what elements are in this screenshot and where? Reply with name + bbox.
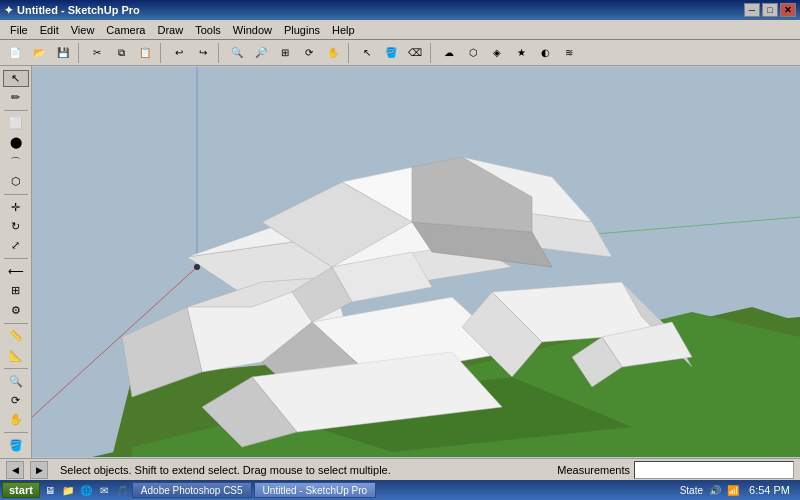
left-tool-offset[interactable]: ⊞ bbox=[3, 282, 29, 299]
left-tool-pushpull[interactable]: ⟵ bbox=[3, 263, 29, 280]
tool-materials[interactable]: ◈ bbox=[486, 42, 508, 64]
tool-open[interactable]: 📂 bbox=[28, 42, 50, 64]
left-tool-arc[interactable]: ⌒ bbox=[3, 154, 29, 171]
title-bar-controls: ─ □ ✕ bbox=[744, 3, 796, 17]
taskbar-network-icon: 🔊 bbox=[707, 482, 723, 498]
status-arrow-right[interactable]: ▶ bbox=[30, 461, 48, 479]
taskbar-system-icons: 🔊 📶 bbox=[707, 482, 741, 498]
status-bar: ◀ ▶ Select objects. Shift to extend sele… bbox=[0, 458, 800, 480]
tool-undo[interactable]: ↩ bbox=[168, 42, 190, 64]
left-tool-polygon[interactable]: ⬡ bbox=[3, 173, 29, 190]
left-sep-5 bbox=[4, 368, 28, 369]
tool-erase[interactable]: ⌫ bbox=[404, 42, 426, 64]
status-left: ◀ ▶ Select objects. Shift to extend sele… bbox=[6, 461, 557, 479]
left-tool-orbit[interactable]: ⟳ bbox=[3, 392, 29, 409]
main-area: ↖ ✏ ⬜ ⬤ ⌒ ⬡ ✛ ↻ ⤢ ⟵ ⊞ ⚙ 📏 📐 🔍 ⟳ ✋ 🪣 bbox=[0, 66, 800, 458]
tool-fog[interactable]: ≋ bbox=[558, 42, 580, 64]
left-tool-pan[interactable]: ✋ bbox=[3, 411, 29, 428]
left-tool-select[interactable]: ↖ bbox=[3, 70, 29, 87]
taskbar-icon-4[interactable]: ✉ bbox=[96, 482, 112, 498]
left-tool-zoom[interactable]: 🔍 bbox=[3, 372, 29, 389]
toolbar-separator-5 bbox=[430, 43, 434, 63]
tool-cut[interactable]: ✂ bbox=[86, 42, 108, 64]
left-toolbar: ↖ ✏ ⬜ ⬤ ⌒ ⬡ ✛ ↻ ⤢ ⟵ ⊞ ⚙ 📏 📐 🔍 ⟳ ✋ 🪣 bbox=[0, 66, 32, 458]
canvas-area[interactable] bbox=[32, 66, 800, 458]
taskbar-icon-1[interactable]: 🖥 bbox=[42, 482, 58, 498]
menu-plugins[interactable]: Plugins bbox=[278, 22, 326, 38]
toolbar-separator-3 bbox=[218, 43, 222, 63]
left-sep-3 bbox=[4, 258, 28, 259]
menu-file[interactable]: File bbox=[4, 22, 34, 38]
menu-bar: File Edit View Camera Draw Tools Window … bbox=[0, 20, 800, 40]
measurements-label: Measurements bbox=[557, 464, 630, 476]
status-message: Select objects. Shift to extend select. … bbox=[60, 464, 391, 476]
tool-pan[interactable]: ✋ bbox=[322, 42, 344, 64]
system-clock: 6:54 PM bbox=[745, 484, 794, 496]
menu-camera[interactable]: Camera bbox=[100, 22, 151, 38]
state-label: State bbox=[680, 485, 703, 496]
menu-help[interactable]: Help bbox=[326, 22, 361, 38]
taskbar-icon-3[interactable]: 🌐 bbox=[78, 482, 94, 498]
left-sep-4 bbox=[4, 323, 28, 324]
left-sep-1 bbox=[4, 110, 28, 111]
svg-point-32 bbox=[194, 264, 200, 270]
taskbar-icon-5[interactable]: 🎵 bbox=[114, 482, 130, 498]
taskbar-photoshop[interactable]: Adobe Photoshop CS5 bbox=[132, 482, 252, 498]
menu-window[interactable]: Window bbox=[227, 22, 278, 38]
tool-save[interactable]: 💾 bbox=[52, 42, 74, 64]
toolbar-separator-1 bbox=[78, 43, 82, 63]
left-tool-rotate[interactable]: ↻ bbox=[3, 218, 29, 235]
start-button[interactable]: start bbox=[2, 482, 40, 498]
app-icon: ✦ bbox=[4, 4, 13, 17]
tool-zoom-out[interactable]: 🔎 bbox=[250, 42, 272, 64]
title-bar-left: ✦ Untitled - SketchUp Pro bbox=[4, 4, 140, 17]
tool-select[interactable]: ↖ bbox=[356, 42, 378, 64]
taskbar-volume-icon: 📶 bbox=[725, 482, 741, 498]
taskbar-icon-2[interactable]: 📁 bbox=[60, 482, 76, 498]
minimize-button[interactable]: ─ bbox=[744, 3, 760, 17]
tool-zoom-extents[interactable]: ⊞ bbox=[274, 42, 296, 64]
tool-shadows[interactable]: ◐ bbox=[534, 42, 556, 64]
left-tool-rectangle[interactable]: ⬜ bbox=[3, 115, 29, 132]
taskbar-sketchup[interactable]: Untitled - SketchUp Pro bbox=[254, 482, 377, 498]
tool-paste[interactable]: 📋 bbox=[134, 42, 156, 64]
left-tool-pencil[interactable]: ✏ bbox=[3, 89, 29, 106]
left-tool-move[interactable]: ✛ bbox=[3, 199, 29, 216]
scene-viewport bbox=[32, 66, 800, 458]
toolbar: 📄 📂 💾 ✂ ⧉ 📋 ↩ ↪ 🔍 🔎 ⊞ ⟳ ✋ ↖ 🪣 ⌫ ☁ ⬡ ◈ ★ … bbox=[0, 40, 800, 66]
left-tool-tape[interactable]: 📏 bbox=[3, 327, 29, 344]
left-tool-scale[interactable]: ⤢ bbox=[3, 237, 29, 254]
tool-redo[interactable]: ↪ bbox=[192, 42, 214, 64]
toolbar-separator-4 bbox=[348, 43, 352, 63]
status-arrow-left[interactable]: ◀ bbox=[6, 461, 24, 479]
tool-new[interactable]: 📄 bbox=[4, 42, 26, 64]
left-sep-2 bbox=[4, 194, 28, 195]
menu-edit[interactable]: Edit bbox=[34, 22, 65, 38]
left-tool-circle[interactable]: ⬤ bbox=[3, 134, 29, 151]
tool-3d-warehouse[interactable]: ☁ bbox=[438, 42, 460, 64]
taskbar-right: State 🔊 📶 6:54 PM bbox=[680, 482, 798, 498]
menu-view[interactable]: View bbox=[65, 22, 101, 38]
measurements-box[interactable] bbox=[634, 461, 794, 479]
left-tool-paint[interactable]: 🪣 bbox=[3, 437, 29, 454]
tool-copy[interactable]: ⧉ bbox=[110, 42, 132, 64]
left-sep-6 bbox=[4, 432, 28, 433]
menu-draw[interactable]: Draw bbox=[151, 22, 189, 38]
close-button[interactable]: ✕ bbox=[780, 3, 796, 17]
left-tool-followme[interactable]: ⚙ bbox=[3, 302, 29, 319]
toolbar-separator-2 bbox=[160, 43, 164, 63]
tool-components[interactable]: ⬡ bbox=[462, 42, 484, 64]
tool-zoom-in[interactable]: 🔍 bbox=[226, 42, 248, 64]
tool-orbit[interactable]: ⟳ bbox=[298, 42, 320, 64]
menu-tools[interactable]: Tools bbox=[189, 22, 227, 38]
tool-paint[interactable]: 🪣 bbox=[380, 42, 402, 64]
title-bar: ✦ Untitled - SketchUp Pro ─ □ ✕ bbox=[0, 0, 800, 20]
left-tool-protractor[interactable]: 📐 bbox=[3, 347, 29, 364]
window-title: Untitled - SketchUp Pro bbox=[17, 4, 140, 16]
taskbar: start 🖥 📁 🌐 ✉ 🎵 Adobe Photoshop CS5 Unti… bbox=[0, 480, 800, 500]
tool-styles[interactable]: ★ bbox=[510, 42, 532, 64]
maximize-button[interactable]: □ bbox=[762, 3, 778, 17]
